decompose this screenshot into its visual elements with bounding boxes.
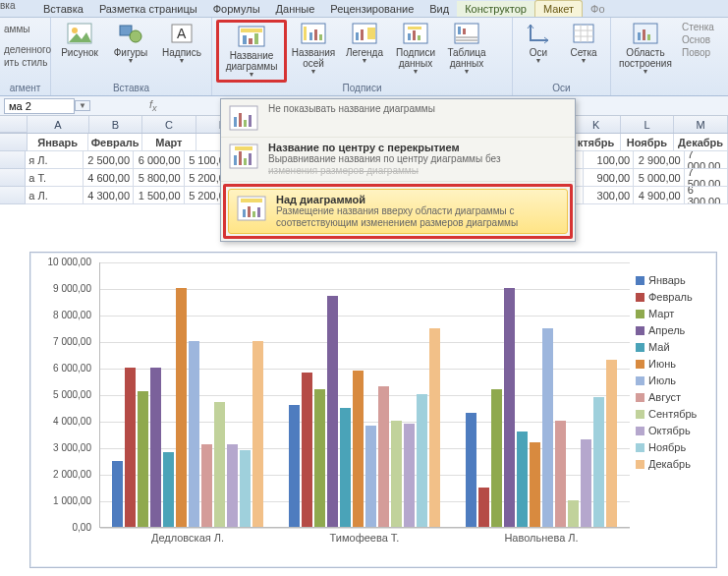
bar[interactable] (150, 368, 161, 527)
data-cell[interactable]: 300,00 (584, 187, 634, 204)
data-cell[interactable]: 100,00 (584, 151, 634, 169)
bar[interactable] (201, 444, 212, 527)
chart-legend[interactable]: ЯнварьФевральМартАпрельМайИюньИюльАвгуст… (636, 274, 708, 475)
bar[interactable] (112, 461, 123, 528)
bar[interactable] (314, 389, 325, 527)
legend-item[interactable]: Июнь (636, 358, 708, 370)
gridlines-button[interactable]: Сетка▼ (562, 20, 605, 66)
legend-item[interactable]: Август (636, 391, 708, 403)
bar[interactable] (240, 450, 251, 527)
bar[interactable] (478, 488, 489, 528)
column-header[interactable]: M (674, 116, 728, 133)
bar[interactable] (302, 373, 312, 527)
column-header[interactable]: K (573, 116, 621, 133)
bar[interactable] (252, 341, 263, 527)
legend-item[interactable]: Октябрь (636, 425, 708, 436)
bar[interactable] (125, 368, 136, 527)
legend-item[interactable]: Декабрь (636, 458, 708, 470)
bar[interactable] (593, 397, 604, 527)
bar[interactable] (542, 328, 553, 528)
tab-formulas[interactable]: Формулы (205, 1, 268, 17)
fx-icon[interactable]: fx (149, 98, 157, 113)
row-header[interactable] (0, 187, 26, 204)
tab-layout[interactable]: Макет (534, 0, 583, 17)
bar[interactable] (517, 432, 528, 527)
data-cell[interactable]: а Л. (26, 187, 83, 204)
bar[interactable] (189, 341, 199, 527)
tab-page-layout[interactable]: Разметка страницы (91, 1, 205, 17)
tab-format-partial[interactable]: Фо (583, 1, 612, 17)
data-labels-button[interactable]: Подписи данных▼ (391, 20, 440, 77)
legend-item[interactable]: Апрель (636, 324, 708, 336)
bar[interactable] (568, 500, 579, 527)
axis-titles-button[interactable]: Названия осей▼ (289, 20, 338, 77)
select-all-corner[interactable] (0, 116, 28, 133)
chart-title-button[interactable]: Название диаграммы▼ (216, 20, 287, 83)
data-cell[interactable]: 5 000,00 (634, 169, 684, 187)
chart-title-option-overlay[interactable]: Название по центру с перекрытием Выравни… (221, 138, 575, 182)
tab-review[interactable]: Рецензирование (322, 1, 421, 17)
header-cell[interactable]: Ноябрь (621, 134, 675, 151)
legend-item[interactable]: Март (636, 308, 708, 319)
header-cell[interactable]: Декабрь (674, 134, 728, 151)
chart-title-option-none[interactable]: Не показывать название диаграммы (221, 99, 575, 138)
embedded-chart[interactable]: ЯнварьФевральМартАпрельМайИюньИюльАвгуст… (29, 252, 717, 568)
data-table-button[interactable]: Таблица данных▼ (442, 20, 491, 77)
header-cell[interactable]: Февраль (88, 134, 142, 151)
legend-item[interactable]: Январь (636, 274, 708, 286)
tab-data[interactable]: Данные (268, 1, 323, 17)
bar[interactable] (417, 394, 427, 527)
data-cell[interactable]: 6 000,00 (134, 151, 184, 169)
data-cell[interactable]: а Т. (26, 169, 83, 187)
data-cell[interactable]: я Л. (26, 151, 83, 169)
legend-item[interactable]: Сентябрь (636, 408, 708, 420)
column-header[interactable]: B (89, 116, 143, 133)
column-header[interactable]: L (621, 116, 675, 133)
bar[interactable] (606, 360, 617, 527)
tab-design[interactable]: Конструктор (457, 1, 534, 17)
bar[interactable] (429, 328, 440, 528)
header-cell[interactable]: Март (142, 134, 196, 151)
legend-item[interactable]: Июль (636, 374, 708, 386)
picture-button[interactable]: Рисунок (55, 20, 104, 60)
bar[interactable] (365, 426, 376, 527)
chart-title-option-above[interactable]: Над диаграммой Размещение названия вверх… (228, 189, 568, 234)
bar[interactable] (391, 421, 402, 527)
bar[interactable] (378, 386, 389, 527)
legend-item[interactable]: Ноябрь (636, 441, 708, 453)
bar[interactable] (138, 391, 148, 527)
bar[interactable] (163, 452, 174, 527)
header-cell[interactable]: ктябрь (572, 134, 620, 151)
bar[interactable] (504, 288, 515, 527)
data-cell[interactable]: 4 300,00 (84, 187, 134, 204)
legend-item[interactable]: Февраль (636, 291, 708, 303)
bar[interactable] (214, 402, 225, 527)
chart-floor-button[interactable]: Основ (678, 34, 714, 45)
bar[interactable] (327, 296, 338, 527)
row-header[interactable] (0, 151, 26, 169)
bar[interactable] (340, 408, 351, 528)
name-box[interactable] (4, 98, 75, 114)
data-cell[interactable]: 7 000,00 (685, 151, 728, 169)
plot-area[interactable] (99, 262, 630, 528)
shapes-button[interactable]: Фигуры▼ (106, 20, 155, 66)
textbox-button[interactable]: A Надпись▼ (157, 20, 206, 66)
bar[interactable] (555, 421, 566, 527)
row-header[interactable] (0, 134, 28, 151)
bar[interactable] (227, 444, 238, 527)
data-cell[interactable]: 900,00 (584, 169, 634, 187)
data-cell[interactable]: 4 600,00 (84, 169, 134, 187)
chart-wall-button[interactable]: Стенка (678, 22, 714, 32)
bar[interactable] (404, 424, 415, 527)
bar[interactable] (491, 389, 502, 527)
namebox-dropdown-icon[interactable]: ▼ (75, 100, 90, 111)
bar[interactable] (353, 371, 364, 527)
bar[interactable] (466, 413, 476, 527)
plot-area-button[interactable]: Область построения▼ (615, 20, 676, 77)
column-header[interactable]: C (142, 116, 196, 133)
bar[interactable] (581, 439, 591, 527)
rotation-button[interactable]: Повор (678, 47, 714, 58)
data-cell[interactable]: 6 300,00 (685, 187, 728, 204)
legend-item[interactable]: Май (636, 341, 708, 353)
data-cell[interactable]: 2 900,00 (634, 151, 684, 169)
